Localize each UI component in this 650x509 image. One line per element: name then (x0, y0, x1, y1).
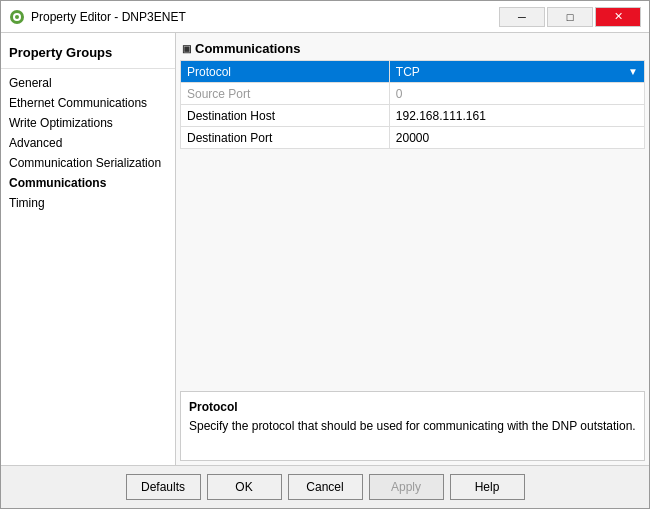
svg-point-2 (15, 15, 19, 19)
cancel-button[interactable]: Cancel (288, 474, 363, 500)
property-value-protocol[interactable]: TCP ▼ (389, 61, 644, 83)
table-row[interactable]: Destination Port 20000 (181, 127, 645, 149)
defaults-button[interactable]: Defaults (126, 474, 201, 500)
ok-button[interactable]: OK (207, 474, 282, 500)
sidebar-item-general[interactable]: General (1, 73, 175, 93)
help-button[interactable]: Help (450, 474, 525, 500)
description-text: Specify the protocol that should be used… (189, 418, 636, 435)
content-area: Property Groups General Ethernet Communi… (1, 33, 649, 465)
table-row[interactable]: Source Port 0 (181, 83, 645, 105)
sidebar-item-communication-serialization[interactable]: Communication Serialization (1, 153, 175, 173)
title-bar: Property Editor - DNP3ENET ─ □ ✕ (1, 1, 649, 33)
minimize-button[interactable]: ─ (499, 7, 545, 27)
property-value-destination-host[interactable]: 192.168.111.161 (389, 105, 644, 127)
main-panel: ▣ Communications Protocol TCP ▼ (176, 33, 649, 465)
table-row[interactable]: Destination Host 192.168.111.161 (181, 105, 645, 127)
sidebar-item-ethernet-communications[interactable]: Ethernet Communications (1, 93, 175, 113)
property-name-source-port: Source Port (181, 83, 390, 105)
close-button[interactable]: ✕ (595, 7, 641, 27)
section-title: Communications (195, 41, 300, 56)
sidebar-header: Property Groups (1, 41, 175, 69)
property-value-destination-port[interactable]: 20000 (389, 127, 644, 149)
property-name-destination-host: Destination Host (181, 105, 390, 127)
collapse-icon[interactable]: ▣ (182, 43, 191, 54)
maximize-button[interactable]: □ (547, 7, 593, 27)
property-editor-window: Property Editor - DNP3ENET ─ □ ✕ Propert… (0, 0, 650, 509)
description-title: Protocol (189, 400, 636, 414)
sidebar-item-timing[interactable]: Timing (1, 193, 175, 213)
table-row[interactable]: Protocol TCP ▼ (181, 61, 645, 83)
sidebar-item-advanced[interactable]: Advanced (1, 133, 175, 153)
property-table-wrapper: Protocol TCP ▼ Source Port 0 (180, 60, 645, 387)
section-header: ▣ Communications (180, 37, 645, 60)
sidebar: Property Groups General Ethernet Communi… (1, 33, 176, 465)
window-icon (9, 9, 25, 25)
title-bar-left: Property Editor - DNP3ENET (9, 9, 186, 25)
property-name-destination-port: Destination Port (181, 127, 390, 149)
apply-button[interactable]: Apply (369, 474, 444, 500)
property-value-source-port: 0 (389, 83, 644, 105)
property-name-protocol: Protocol (181, 61, 390, 83)
sidebar-item-write-optimizations[interactable]: Write Optimizations (1, 113, 175, 133)
description-area: Protocol Specify the protocol that shoul… (180, 391, 645, 461)
footer: Defaults OK Cancel Apply Help (1, 465, 649, 508)
sidebar-item-communications[interactable]: Communications (1, 173, 175, 193)
title-bar-controls: ─ □ ✕ (499, 7, 641, 27)
protocol-dropdown-arrow[interactable]: ▼ (628, 66, 638, 77)
property-table: Protocol TCP ▼ Source Port 0 (180, 60, 645, 149)
window-title: Property Editor - DNP3ENET (31, 10, 186, 24)
